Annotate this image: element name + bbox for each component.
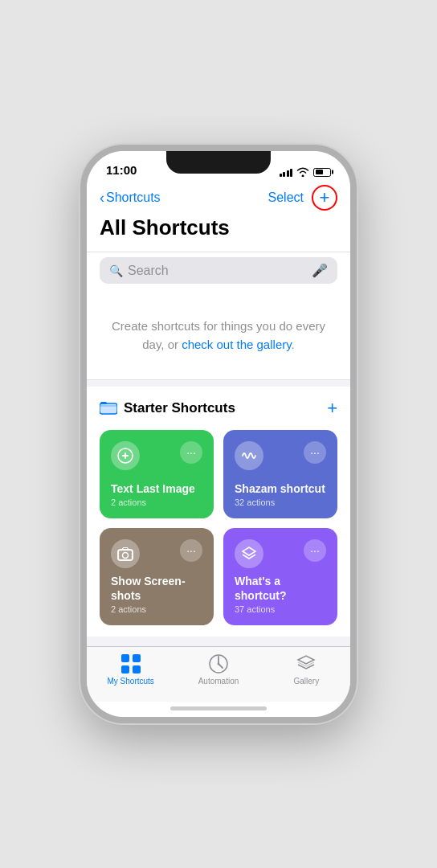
svg-point-13 [217, 663, 219, 665]
search-input[interactable]: Search [128, 264, 307, 278]
svg-rect-10 [121, 665, 129, 674]
back-button[interactable]: ‹ Shortcuts [100, 190, 161, 207]
main-content: Create shortcuts for things you do every… [87, 292, 350, 646]
my-shortcuts-icon [120, 653, 141, 674]
home-indicator [87, 702, 350, 717]
notch [166, 151, 271, 174]
chat-plus-icon [117, 448, 133, 464]
card-name: Text Last Image [111, 482, 202, 497]
card-icon-screenshots [111, 539, 140, 568]
gallery-link[interactable]: check out the gallery [182, 338, 291, 351]
card-actions: 32 actions [235, 497, 326, 507]
tab-gallery[interactable]: Gallery [263, 653, 350, 686]
svg-rect-8 [121, 654, 129, 662]
status-time: 11:00 [106, 163, 137, 177]
section-title-wrap: Starter Shortcuts [100, 400, 235, 416]
tab-bar: My Shortcuts Automation [87, 646, 350, 702]
shortcut-card-text-last-image[interactable]: ··· Text Last Image 2 actions [100, 430, 214, 518]
search-input-wrap[interactable]: 🔍 Search 🎤 [100, 257, 337, 284]
section-header: Starter Shortcuts + [100, 398, 337, 419]
layers-icon [241, 546, 257, 562]
home-bar [170, 706, 267, 710]
nav-top: ‹ Shortcuts Select + [100, 185, 337, 211]
select-button[interactable]: Select [268, 190, 304, 205]
cards-grid: ··· Text Last Image 2 actions [100, 430, 337, 625]
svg-point-5 [123, 553, 129, 559]
battery-icon [313, 168, 331, 177]
card-actions: 2 actions [111, 497, 202, 507]
card-name: What's a shortcut? [235, 575, 326, 603]
card-menu-button[interactable]: ··· [304, 441, 326, 464]
waveform-icon [241, 448, 257, 464]
section-title: Starter Shortcuts [124, 400, 235, 416]
empty-state: Create shortcuts for things you do every… [87, 292, 350, 380]
shortcut-card-shazam[interactable]: ··· Shazam shortcut 32 actions [223, 430, 337, 518]
card-bottom: What's a shortcut? 37 actions [235, 575, 326, 614]
search-bar: 🔍 Search 🎤 [87, 252, 350, 292]
starter-shortcuts-section: Starter Shortcuts + [87, 387, 350, 637]
nav-bar: ‹ Shortcuts Select + All Shortcuts [87, 182, 350, 252]
folder-icon [100, 401, 117, 416]
nav-actions: Select + [268, 185, 337, 211]
automation-icon [208, 653, 229, 674]
card-bottom: Text Last Image 2 actions [111, 482, 202, 508]
page-title: All Shortcuts [100, 214, 337, 245]
empty-state-suffix: . [292, 338, 295, 351]
tab-my-shortcuts[interactable]: My Shortcuts [87, 653, 174, 686]
card-bottom: Shazam shortcut 32 actions [235, 482, 326, 508]
card-actions: 2 actions [111, 604, 202, 614]
svg-rect-0 [100, 403, 117, 415]
search-icon: 🔍 [109, 264, 123, 277]
wifi-icon [296, 167, 309, 177]
card-top: ··· [235, 539, 326, 568]
shortcut-card-whats-shortcut[interactable]: ··· What's a shortcut? 37 actions [223, 528, 337, 625]
signal-bars-icon [280, 167, 293, 177]
card-menu-button[interactable]: ··· [180, 441, 202, 464]
phone-screen: 11:00 [87, 151, 350, 717]
card-name: Show Screen-shots [111, 575, 202, 603]
card-menu-button[interactable]: ··· [180, 539, 202, 562]
svg-rect-2 [100, 402, 107, 404]
card-icon-shortcut [235, 539, 263, 568]
section-add-button[interactable]: + [327, 398, 337, 419]
camera-icon [117, 546, 133, 562]
empty-state-text: Create shortcuts for things you do every… [106, 317, 331, 354]
card-icon-shazam [235, 441, 263, 470]
card-actions: 37 actions [235, 604, 326, 614]
back-label: Shortcuts [106, 190, 161, 205]
phone-frame: 11:00 [80, 145, 357, 723]
card-top: ··· [235, 441, 326, 470]
card-menu-button[interactable]: ··· [304, 539, 326, 562]
gallery-icon [296, 653, 317, 674]
tab-label-gallery: Gallery [293, 677, 319, 686]
card-icon-text-last-image [111, 441, 140, 470]
tab-automation[interactable]: Automation [174, 653, 262, 686]
plus-icon: + [320, 189, 330, 207]
status-icons [280, 167, 332, 177]
shortcut-card-screenshots[interactable]: ··· Show Screen-shots 2 actions [100, 528, 214, 625]
card-top: ··· [111, 539, 202, 568]
svg-rect-11 [133, 665, 141, 674]
svg-rect-9 [133, 654, 141, 662]
microphone-icon: 🎤 [312, 263, 328, 278]
tab-label-my-shortcuts: My Shortcuts [107, 677, 153, 686]
card-name: Shazam shortcut [235, 482, 326, 497]
card-bottom: Show Screen-shots 2 actions [111, 575, 202, 614]
chevron-left-icon: ‹ [100, 190, 104, 207]
tab-label-automation: Automation [198, 677, 239, 686]
card-top: ··· [111, 441, 202, 470]
add-shortcut-button[interactable]: + [312, 185, 337, 211]
